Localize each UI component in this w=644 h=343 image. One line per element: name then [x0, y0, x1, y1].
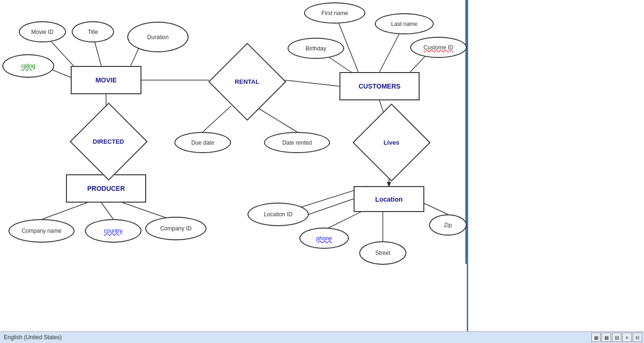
diagram-canvas: MOVIE CUSTOMERS PRODUCER Location RENTAL… [0, 0, 467, 264]
company-id-oval: Company ID [145, 217, 206, 240]
status-icons: ▦ ▦ ▤ ≡ ⊟ [591, 333, 644, 342]
rating-oval: rating [2, 54, 54, 78]
last-name-oval: Last name [375, 13, 434, 34]
svg-line-23 [309, 199, 354, 214]
svg-line-8 [123, 203, 170, 219]
country-oval: country [85, 219, 141, 243]
view-icon-4[interactable]: ≡ [622, 333, 632, 342]
svg-line-20 [324, 212, 361, 230]
zip-oval: Zip [429, 214, 467, 236]
language-label: English (United States) [4, 334, 62, 341]
directed-diamond: DIRECTED [66, 120, 151, 163]
movie-entity: MOVIE [71, 66, 141, 94]
customers-entity: CUSTOMERS [339, 72, 420, 100]
svg-line-12 [255, 106, 297, 132]
rental-diamond: RENTAL [205, 60, 289, 103]
street-oval: Street [359, 241, 406, 265]
view-icon-3[interactable]: ▤ [612, 333, 621, 342]
due-date-oval: Due date [174, 132, 231, 153]
first-name-oval: First name [304, 2, 365, 24]
svg-line-11 [203, 106, 231, 132]
view-icon-5[interactable]: ⊟ [633, 333, 642, 342]
duration-oval: Duration [127, 22, 189, 52]
title-oval: Title [72, 21, 114, 42]
customer-id-oval: Custome ID [410, 37, 467, 58]
date-rented-oval: Date rented [264, 132, 330, 153]
view-icon-2[interactable]: ▦ [602, 333, 611, 342]
lives-diamond: Lives [358, 123, 424, 161]
svg-line-6 [42, 203, 87, 219]
location-entity: Location [354, 186, 424, 212]
status-bar: English (United States) ▦ ▦ ▤ ≡ ⊟ [0, 331, 644, 343]
birthday-oval: Birthday [288, 38, 344, 59]
movie-id-oval: Movie ID [19, 21, 66, 42]
phone-oval: phone [299, 228, 349, 249]
right-panel [467, 0, 644, 331]
company-name-oval: Company name [8, 219, 74, 243]
view-icon-1[interactable]: ▦ [591, 333, 601, 342]
producer-entity: PRODUCER [66, 174, 146, 203]
svg-line-10 [285, 80, 339, 86]
location-id-oval: Location ID [248, 203, 309, 226]
svg-line-7 [101, 203, 113, 219]
